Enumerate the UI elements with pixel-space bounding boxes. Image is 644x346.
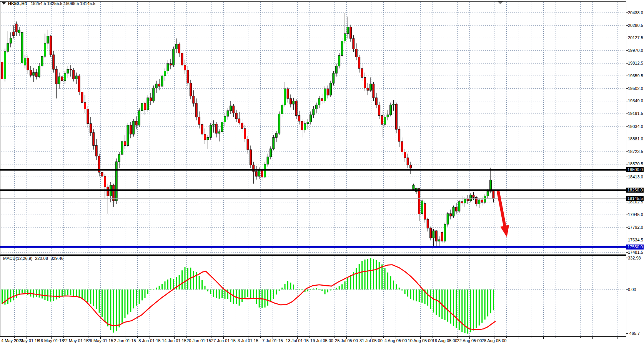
macd-bar [199, 276, 200, 289]
down-arrow-head[interactable] [500, 225, 509, 237]
macd-bar [110, 289, 111, 330]
macd-bar [136, 289, 137, 306]
candle [18, 30, 20, 33]
macd-bar [319, 289, 320, 289]
candle [153, 88, 155, 101]
candle [127, 125, 129, 146]
macd-bar [333, 289, 334, 289]
candle [384, 117, 386, 125]
macd-bar [399, 288, 400, 289]
macd-bar [404, 289, 406, 294]
macd-axis-tick: 332.98 [628, 256, 644, 261]
macd-bar [181, 270, 183, 289]
candle [64, 73, 66, 81]
shift-marker-icon[interactable] [498, 2, 503, 4]
price-axis-tick: 19034.0 [628, 124, 644, 129]
candle [7, 43, 9, 52]
candle [367, 88, 369, 90]
chart-canvas[interactable] [0, 0, 644, 346]
macd-bar [233, 289, 234, 304]
time-axis-tick: 3 Jul 01:15 [238, 338, 258, 343]
macd-bar [270, 289, 271, 302]
macd-bar [221, 289, 223, 298]
macd-bar [419, 289, 420, 302]
macd-bar [450, 289, 451, 324]
candle [281, 105, 283, 114]
candle [484, 196, 486, 202]
candle [395, 104, 397, 129]
candle [273, 137, 275, 149]
macd-bar [16, 289, 17, 298]
price-axis-tick: 19349.0 [628, 98, 644, 103]
macd-bar [256, 289, 257, 304]
macd-bar [147, 289, 148, 294]
candle [164, 71, 166, 76]
time-axis-tick: 25 Jul 05:00 [335, 338, 358, 343]
macd-bar [279, 289, 280, 291]
macd-bar [310, 289, 311, 290]
candle [141, 103, 143, 111]
candle [475, 198, 477, 204]
candle [261, 170, 263, 177]
time-axis-tick: 29 May 01:15 [88, 338, 113, 343]
price-badge: 18145.5 [626, 196, 644, 201]
candle [227, 111, 229, 116]
chart-title-bar: HK50-,H4 18254.5 18255.5 18098.5 18145.5 [2, 1, 95, 6]
candle [424, 203, 426, 219]
macd-bar [396, 284, 397, 289]
macd-bar [42, 289, 43, 298]
symbol-dropdown-icon[interactable] [2, 2, 6, 5]
macd-bar [73, 289, 74, 296]
macd-bar [39, 289, 40, 298]
candle [321, 98, 323, 101]
candle [455, 207, 457, 211]
down-arrow-shaft[interactable] [498, 191, 506, 231]
candle [167, 63, 169, 71]
macd-bar [24, 289, 25, 294]
time-axis-tick: 31 Jul 05:00 [359, 338, 383, 343]
macd-bar [476, 289, 477, 328]
macd-bar [193, 271, 194, 289]
macd-bar [364, 260, 366, 289]
macd-bar [370, 258, 371, 289]
macd-bar [219, 289, 220, 299]
horizontal-lines[interactable] [0, 170, 626, 247]
macd-bar [439, 289, 440, 317]
macd-bar [250, 289, 251, 299]
macd-bar [359, 264, 360, 289]
candle [470, 195, 472, 201]
macd-bar [179, 275, 180, 289]
macd-bar [13, 289, 14, 300]
candle [78, 76, 80, 92]
candle [233, 106, 235, 113]
annotations[interactable] [498, 2, 509, 237]
candle [278, 114, 280, 133]
macd-bar [93, 289, 94, 306]
candle [493, 190, 494, 199]
macd-bar [324, 289, 326, 294]
macd-bar [299, 289, 300, 290]
macd-bar [76, 289, 77, 297]
macd-bar [479, 289, 480, 326]
candle [284, 89, 286, 105]
macd-bar [427, 289, 428, 306]
macd-layer[interactable] [2, 258, 496, 334]
macd-bar [53, 289, 54, 301]
candle [53, 55, 55, 69]
macd-bar [356, 268, 357, 289]
macd-bar [253, 289, 254, 299]
price-axis-tick: 17634.5 [628, 238, 644, 243]
candle [433, 231, 434, 238]
macd-indicator-label: MACD(12,26,9) -220.08 -329.46 [3, 256, 63, 261]
candle [324, 89, 326, 101]
candle [193, 96, 195, 103]
macd-bar [64, 289, 65, 296]
macd-bar [124, 289, 125, 318]
macd-bar [139, 289, 140, 304]
macd-bar [444, 289, 446, 320]
macd-axis-tick: -465.7 [628, 331, 644, 336]
candle [247, 139, 249, 150]
candle [75, 76, 77, 79]
price-badge: 18250.0 [626, 188, 644, 193]
macd-bar [296, 289, 297, 289]
